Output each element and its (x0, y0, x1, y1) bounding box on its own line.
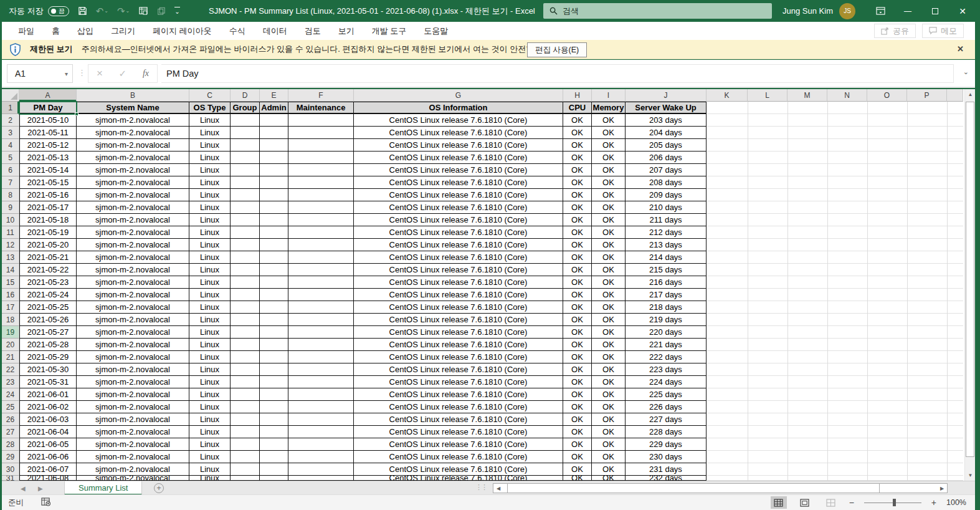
cell-D6[interactable] (231, 164, 260, 176)
cell-D10[interactable] (231, 214, 260, 226)
cell-E2[interactable] (260, 114, 288, 127)
cell-C18[interactable]: Linux (189, 314, 231, 326)
scroll-left-icon[interactable]: ◀ (493, 484, 503, 493)
cell-I5[interactable]: OK (592, 152, 626, 164)
cell-A8[interactable]: 2021-05-16 (19, 189, 77, 201)
cell-C20[interactable]: Linux (189, 339, 231, 351)
cell-D26[interactable] (231, 413, 260, 426)
cell-B13[interactable]: sjmon-m-2.novalocal (77, 251, 189, 264)
cell-G19[interactable]: CentOS Linux release 7.6.1810 (Core) (354, 326, 563, 339)
cell-H29[interactable]: OK (563, 451, 592, 463)
cell-C9[interactable]: Linux (189, 201, 231, 214)
autosave-toggle[interactable]: 자동 저장 끔 (9, 6, 69, 17)
cell-H19[interactable]: OK (563, 326, 592, 339)
cell-H8[interactable]: OK (563, 189, 592, 201)
zoom-level[interactable]: 100% (946, 498, 966, 507)
cell-H9[interactable]: OK (563, 201, 592, 214)
cell-I25[interactable]: OK (592, 401, 626, 413)
empty-cells[interactable] (706, 189, 963, 201)
cell-B4[interactable]: sjmon-m-2.novalocal (77, 139, 189, 152)
formula-input[interactable]: PM Day (161, 64, 954, 83)
row-header-19[interactable]: 19 (2, 326, 19, 339)
cell-C22[interactable]: Linux (189, 363, 231, 376)
cell-F15[interactable] (288, 276, 354, 289)
formula-bar-drag-handle[interactable]: ⋮ (78, 68, 87, 77)
cell-B11[interactable]: sjmon-m-2.novalocal (77, 226, 189, 239)
cell-B3[interactable]: sjmon-m-2.novalocal (77, 127, 189, 139)
row-header-4[interactable]: 4 (2, 139, 19, 152)
cell-G27[interactable]: CentOS Linux release 7.6.1810 (Core) (354, 426, 563, 438)
cell-C4[interactable]: Linux (189, 139, 231, 152)
cell-B6[interactable]: sjmon-m-2.novalocal (77, 164, 189, 176)
cell-C7[interactable]: Linux (189, 176, 231, 189)
cell-B7[interactable]: sjmon-m-2.novalocal (77, 176, 189, 189)
cell-E29[interactable] (260, 451, 288, 463)
cell-C12[interactable]: Linux (189, 239, 231, 251)
row-header-24[interactable]: 24 (2, 388, 19, 401)
row-header-27[interactable]: 27 (2, 426, 19, 438)
row-header-3[interactable]: 3 (2, 127, 19, 139)
cell-C31[interactable]: Linux (189, 476, 231, 481)
empty-cells[interactable] (706, 289, 963, 301)
empty-cells[interactable] (706, 139, 963, 152)
cell-G23[interactable]: CentOS Linux release 7.6.1810 (Core) (354, 376, 563, 388)
cell-E15[interactable] (260, 276, 288, 289)
minimize-button[interactable]: — (894, 0, 921, 22)
cell-J26[interactable]: 227 days (626, 413, 706, 426)
cell-D25[interactable] (231, 401, 260, 413)
cell-A1[interactable]: PM Day (19, 102, 77, 114)
cell-G14[interactable]: CentOS Linux release 7.6.1810 (Core) (354, 264, 563, 276)
ribbon-tab-7[interactable]: 검토 (296, 22, 330, 40)
cell-B19[interactable]: sjmon-m-2.novalocal (77, 326, 189, 339)
cell-H6[interactable]: OK (563, 164, 592, 176)
cell-H18[interactable]: OK (563, 314, 592, 326)
cell-I23[interactable]: OK (592, 376, 626, 388)
row-header-22[interactable]: 22 (2, 363, 19, 376)
close-button[interactable]: ✕ (949, 0, 976, 22)
cell-J2[interactable]: 203 days (626, 114, 706, 127)
row-header-13[interactable]: 13 (2, 251, 19, 264)
cell-B10[interactable]: sjmon-m-2.novalocal (77, 214, 189, 226)
autosave-toggle-pill[interactable]: 끔 (48, 6, 69, 16)
row-header-5[interactable]: 5 (2, 152, 19, 164)
cell-F24[interactable] (288, 388, 354, 401)
cell-F29[interactable] (288, 451, 354, 463)
cell-G11[interactable]: CentOS Linux release 7.6.1810 (Core) (354, 226, 563, 239)
cell-G24[interactable]: CentOS Linux release 7.6.1810 (Core) (354, 388, 563, 401)
empty-cells[interactable] (706, 301, 963, 314)
cell-D18[interactable] (231, 314, 260, 326)
cell-E1[interactable]: Admin (260, 102, 288, 114)
cell-F6[interactable] (288, 164, 354, 176)
cell-E23[interactable] (260, 376, 288, 388)
select-all-corner[interactable] (2, 89, 19, 102)
cell-C17[interactable]: Linux (189, 301, 231, 314)
maximize-button[interactable] (921, 0, 949, 22)
empty-cells[interactable] (706, 127, 963, 139)
column-header-E[interactable]: E (260, 89, 288, 102)
empty-cells[interactable] (706, 339, 963, 351)
cell-E30[interactable] (260, 463, 288, 476)
cell-E6[interactable] (260, 164, 288, 176)
cell-B12[interactable]: sjmon-m-2.novalocal (77, 239, 189, 251)
cell-G28[interactable]: CentOS Linux release 7.6.1810 (Core) (354, 438, 563, 451)
cell-I30[interactable]: OK (592, 463, 626, 476)
formula-bar-expand-icon[interactable]: ⌄ (963, 68, 969, 76)
empty-cells[interactable] (706, 251, 963, 264)
cell-G25[interactable]: CentOS Linux release 7.6.1810 (Core) (354, 401, 563, 413)
cell-J19[interactable]: 220 days (626, 326, 706, 339)
zoom-in-icon[interactable]: + (931, 498, 936, 508)
cell-H3[interactable]: OK (563, 127, 592, 139)
cell-G18[interactable]: CentOS Linux release 7.6.1810 (Core) (354, 314, 563, 326)
cell-B29[interactable]: sjmon-m-2.novalocal (77, 451, 189, 463)
cell-E14[interactable] (260, 264, 288, 276)
cell-D21[interactable] (231, 351, 260, 363)
cell-I21[interactable]: OK (592, 351, 626, 363)
cell-F11[interactable] (288, 226, 354, 239)
cell-D2[interactable] (231, 114, 260, 127)
cell-J20[interactable]: 221 days (626, 339, 706, 351)
cell-G6[interactable]: CentOS Linux release 7.6.1810 (Core) (354, 164, 563, 176)
cell-B18[interactable]: sjmon-m-2.novalocal (77, 314, 189, 326)
column-header-N[interactable]: N (827, 89, 867, 102)
cell-E3[interactable] (260, 127, 288, 139)
cell-E31[interactable] (260, 476, 288, 481)
